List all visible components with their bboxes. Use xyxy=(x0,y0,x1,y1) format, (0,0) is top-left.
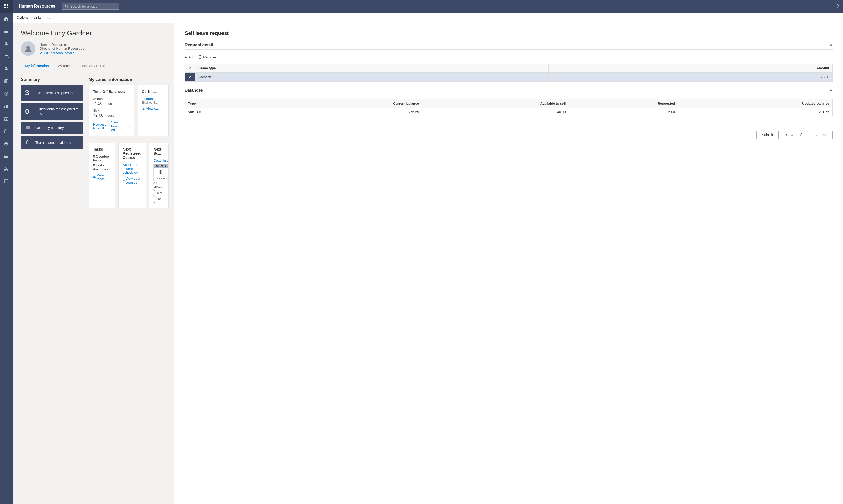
cert-link[interactable]: Human... xyxy=(142,97,164,101)
balance-type-cell: Vacation xyxy=(185,108,274,116)
nav-apps-icon[interactable] xyxy=(0,0,13,13)
company-directory-card[interactable]: Company directory xyxy=(21,122,83,134)
svg-rect-5 xyxy=(4,31,8,32)
cert-expired: Expired 4... xyxy=(142,101,164,105)
svg-rect-33 xyxy=(5,167,7,168)
main-tabs: My information My team Company Pulse xyxy=(21,61,166,71)
add-icon: + xyxy=(185,55,187,59)
company-directory-label: Company directory xyxy=(35,126,64,130)
nav-org-icon[interactable] xyxy=(0,163,13,175)
company-dir-icon xyxy=(25,126,31,130)
left-navigation: $ xyxy=(0,0,13,504)
nav-building-icon[interactable] xyxy=(0,112,13,125)
nav-people-icon[interactable] xyxy=(0,50,13,62)
time-off-more-icon[interactable]: ··· xyxy=(126,124,130,129)
sick-label: Sick xyxy=(93,109,130,112)
calendar-icon xyxy=(25,140,31,146)
nav-chat-icon[interactable] xyxy=(0,175,13,187)
schedule-link[interactable]: Coachin... xyxy=(154,159,164,163)
tab-company-pulse[interactable]: Company Pulse xyxy=(75,61,110,71)
balances-grid: Type Current balance Available to sell R… xyxy=(185,99,832,116)
view-cert-link[interactable]: View c... xyxy=(142,107,164,110)
options-button[interactable]: Options xyxy=(17,15,29,21)
add-button[interactable]: + Add xyxy=(185,54,194,60)
nav-calendar-icon[interactable] xyxy=(0,125,13,138)
svg-rect-47 xyxy=(26,141,30,144)
svg-point-31 xyxy=(4,157,5,158)
table-row[interactable]: Vacation ▾ 25.00 xyxy=(185,73,832,82)
view-open-courses-link[interactable]: View open courses xyxy=(123,177,141,184)
nav-dollar-icon[interactable]: $ xyxy=(0,88,13,100)
request-detail-title: Request detail xyxy=(185,43,213,48)
svg-line-41 xyxy=(49,18,50,19)
remove-icon xyxy=(198,55,202,59)
team-absence-card[interactable]: Team absence calendar xyxy=(21,137,83,149)
svg-rect-20 xyxy=(7,105,8,108)
annual-balance-row: Annual -4.00 hours xyxy=(93,97,130,106)
available-to-sell-header: Available to sell xyxy=(422,100,569,108)
calendar-day-name: Monday xyxy=(154,177,168,179)
nav-training-icon[interactable] xyxy=(0,138,13,150)
next-schedule-card: Next Sc... Coachin... JUL 2019 1 Monday … xyxy=(149,143,168,208)
request-time-off-link[interactable]: Request time off xyxy=(93,122,107,130)
submit-button[interactable]: Submit xyxy=(756,131,779,139)
links-button[interactable]: Links xyxy=(34,15,41,21)
left-panel: Welcome Lucy Gardner Human Resources Dir… xyxy=(13,23,174,504)
svg-point-10 xyxy=(5,67,7,69)
svg-point-38 xyxy=(66,5,68,7)
svg-point-8 xyxy=(5,55,6,56)
header-check-cell xyxy=(185,64,195,73)
dropdown-arrow-icon[interactable]: ▾ xyxy=(212,75,214,78)
nav-chart-icon[interactable] xyxy=(0,100,13,112)
content-area: Welcome Lucy Gardner Human Resources Dir… xyxy=(13,23,843,504)
search-icon xyxy=(65,5,69,8)
svg-rect-2 xyxy=(4,7,6,8)
sub-toolbar: Options Links xyxy=(13,13,843,23)
view-time-off-link[interactable]: View time off xyxy=(111,120,122,132)
nav-menu-icon[interactable] xyxy=(0,25,13,37)
remove-button[interactable]: Remove xyxy=(198,54,216,60)
view-icon xyxy=(142,107,145,110)
view-tasks-link[interactable]: View tasks xyxy=(93,173,111,181)
toolbar-search-icon[interactable] xyxy=(47,15,50,20)
svg-point-56 xyxy=(123,180,124,181)
svg-point-9 xyxy=(6,55,8,56)
requested-header: Requested xyxy=(569,100,678,108)
svg-rect-19 xyxy=(6,106,6,108)
summary-column: Summary 3 Work items assigned to me 0 Qu… xyxy=(21,77,83,211)
nav-home-icon[interactable] xyxy=(0,13,13,25)
nav-clipboard-icon[interactable] xyxy=(0,75,13,88)
panel-title: Sell leave request xyxy=(185,30,832,36)
cancel-button[interactable]: Cancel xyxy=(810,131,832,139)
edit-personal-details-link[interactable]: Edit personal details xyxy=(40,51,84,55)
nav-list-icon[interactable] xyxy=(0,150,13,163)
balances-collapse-icon[interactable]: ∧ xyxy=(829,88,832,93)
schedule-ready: 0 Ready f... xyxy=(154,188,164,197)
tab-my-information[interactable]: My information xyxy=(21,61,53,71)
save-draft-button[interactable]: Save draft xyxy=(781,131,808,139)
two-column-layout: Summary 3 Work items assigned to me 0 Qu… xyxy=(21,77,166,211)
current-balance-header: Current balance xyxy=(274,100,422,108)
leave-type-cell[interactable]: Vacation ▾ xyxy=(195,73,549,82)
work-items-count: 3 xyxy=(25,89,33,97)
tab-my-team[interactable]: My team xyxy=(53,61,75,71)
header-check-icon xyxy=(188,66,192,70)
view-tasks-icon xyxy=(93,176,95,179)
tasks-card: Tasks 0 Overdue tasks 0 Tasks due today … xyxy=(89,143,115,208)
welcome-heading: Welcome Lucy Gardner xyxy=(21,29,166,37)
help-icon[interactable]: ? xyxy=(837,4,839,8)
schedule-in-progress: 0 In prog... xyxy=(154,182,164,188)
avatar-icon xyxy=(24,44,32,53)
career-title: My career information xyxy=(89,77,168,82)
nav-person-icon[interactable] xyxy=(0,37,13,50)
questionnaires-card[interactable]: 0 Questionnaires assigned to me xyxy=(21,103,83,120)
request-detail-collapse-icon[interactable]: ∧ xyxy=(829,42,832,48)
time-off-actions: Request time off View time off ··· xyxy=(93,120,130,132)
svg-point-51 xyxy=(142,108,145,109)
avatar xyxy=(21,41,35,56)
available-to-sell-cell: 40.00 xyxy=(422,108,569,116)
work-items-card[interactable]: 3 Work items assigned to me xyxy=(21,85,83,101)
nav-manager-icon[interactable] xyxy=(0,62,13,75)
sick-value: 72.00 xyxy=(93,113,103,118)
search-box[interactable]: Search for a page xyxy=(62,3,119,10)
